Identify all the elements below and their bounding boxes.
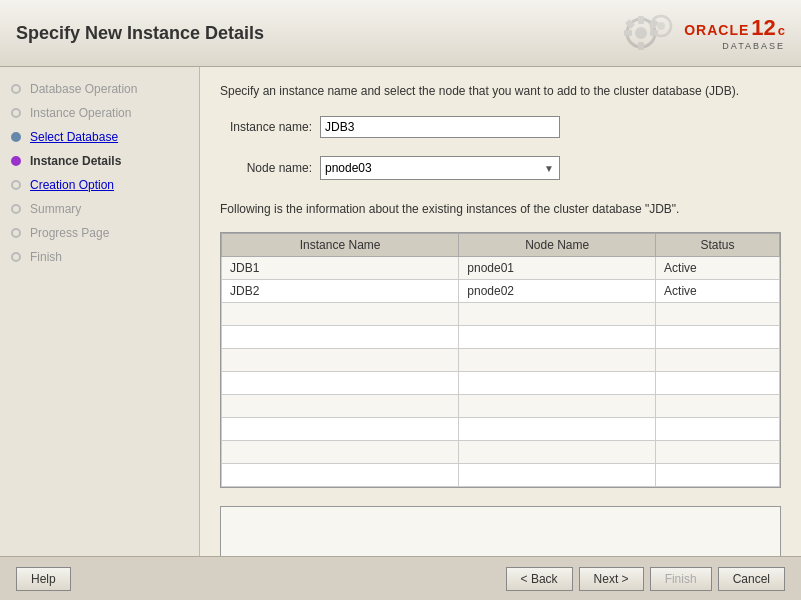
oracle-database-label: DATABASE [722,41,785,51]
svg-point-9 [657,22,665,30]
next-button[interactable]: Next > [579,567,644,591]
oracle-sup: c [778,23,785,38]
step-indicator-instance-details [8,153,24,169]
content-description: Specify an instance name and select the … [220,83,781,100]
table-cell-instance_name: JDB2 [222,279,459,302]
instance-name-label: Instance name: [220,120,320,134]
instances-table-wrapper: Instance Name Node Name Status JDB1pnode… [220,232,781,488]
footer-left: Help [16,567,71,591]
header: Specify New Instance Details ORACLE 12c … [0,0,801,67]
sidebar-item-creation-option[interactable]: Creation Option [0,173,199,197]
step-indicator-finish [8,249,24,265]
notes-area [220,506,781,556]
sidebar-label-progress-page: Progress Page [30,226,109,240]
logo-area: ORACLE 12c DATABASE [623,8,785,58]
sidebar-item-summary: Summary [0,197,199,221]
instances-table: Instance Name Node Name Status JDB1pnode… [221,233,780,487]
content-area: Specify an instance name and select the … [200,67,801,556]
table-cell-status: Active [656,256,780,279]
step-dot-progress-page [11,228,21,238]
node-name-label: Node name: [220,161,320,175]
table-row-empty [222,348,780,371]
step-dot-summary [11,204,21,214]
step-indicator-progress-page [8,225,24,241]
footer: Help < Back Next > Finish Cancel [0,556,801,600]
table-row-empty [222,371,780,394]
table-row-empty [222,417,780,440]
sidebar-item-finish: Finish [0,245,199,269]
sidebar-item-select-database[interactable]: Select Database [0,125,199,149]
col-header-node-name: Node Name [459,233,656,256]
sidebar-item-instance-details: Instance Details [0,149,199,173]
sidebar-item-progress-page: Progress Page [0,221,199,245]
step-dot-finish [11,252,21,262]
sidebar-label-select-database: Select Database [30,130,118,144]
sidebar-label-database-operation: Database Operation [30,82,137,96]
node-name-select-wrapper: pnode03 pnode01 pnode02 [320,156,560,180]
table-cell-node_name: pnode01 [459,256,656,279]
table-row[interactable]: JDB2pnode02Active [222,279,780,302]
sidebar-label-instance-details: Instance Details [30,154,121,168]
svg-rect-3 [638,42,644,50]
node-name-select[interactable]: pnode03 pnode01 pnode02 [320,156,560,180]
oracle-logo: ORACLE 12c DATABASE [684,15,785,51]
sidebar-label-instance-operation: Instance Operation [30,106,131,120]
node-name-row: Node name: pnode03 pnode01 pnode02 [220,156,781,180]
step-indicator-select-database [8,129,24,145]
step-dot-instance-operation [11,108,21,118]
help-button[interactable]: Help [16,567,71,591]
step-indicator-creation-option [8,177,24,193]
svg-point-1 [635,27,647,39]
sidebar-label-finish: Finish [30,250,62,264]
col-header-status: Status [656,233,780,256]
svg-rect-4 [624,30,632,36]
step-indicator-database-operation [8,81,24,97]
table-description: Following is the information about the e… [220,202,781,216]
step-dot-database-operation [11,84,21,94]
finish-button[interactable]: Finish [650,567,712,591]
oracle-brand: ORACLE [684,22,749,38]
step-dot-select-database [11,132,21,142]
main-area: Database Operation Instance Operation Se… [0,67,801,556]
table-row-empty [222,302,780,325]
table-row-empty [222,463,780,486]
sidebar-item-instance-operation: Instance Operation [0,101,199,125]
instance-name-row: Instance name: [220,116,781,138]
table-row-empty [222,325,780,348]
table-cell-node_name: pnode02 [459,279,656,302]
table-cell-status: Active [656,279,780,302]
svg-rect-2 [638,16,644,24]
col-header-instance-name: Instance Name [222,233,459,256]
sidebar-label-creation-option: Creation Option [30,178,114,192]
table-row[interactable]: JDB1pnode01Active [222,256,780,279]
step-indicator-instance-operation [8,105,24,121]
back-button[interactable]: < Back [506,567,573,591]
table-cell-instance_name: JDB1 [222,256,459,279]
sidebar-item-database-operation: Database Operation [0,77,199,101]
table-row-empty [222,440,780,463]
instance-name-input[interactable] [320,116,560,138]
footer-right: < Back Next > Finish Cancel [506,567,785,591]
step-dot-instance-details [11,156,21,166]
gear-icon [623,8,678,58]
step-indicator-summary [8,201,24,217]
sidebar: Database Operation Instance Operation Se… [0,67,200,556]
sidebar-label-summary: Summary [30,202,81,216]
cancel-button[interactable]: Cancel [718,567,785,591]
table-row-empty [222,394,780,417]
page-title: Specify New Instance Details [16,23,264,44]
step-dot-creation-option [11,180,21,190]
oracle-version: 12 [751,15,775,41]
